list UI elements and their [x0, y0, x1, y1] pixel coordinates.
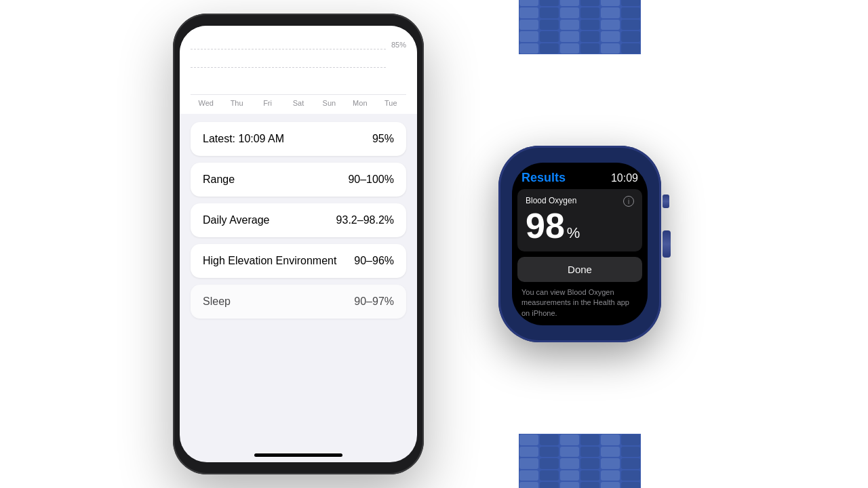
- band-rows-top: [519, 0, 641, 54]
- home-indicator: [254, 453, 342, 457]
- stat-card-latest[interactable]: Latest: 10:09 AM 95%: [191, 122, 406, 156]
- stat-value-range: 90–100%: [348, 174, 394, 186]
- stat-value-daily-avg: 93.2–98.2%: [336, 214, 394, 226]
- stat-label-sleep: Sleep: [203, 296, 231, 308]
- watch-band-bottom: [519, 434, 641, 488]
- day-wed: Wed: [191, 99, 221, 107]
- stat-value-high-elevation: 90–96%: [354, 255, 394, 267]
- chart-grid: 85%: [191, 34, 406, 95]
- watch-body: Results 10:09 Blood Oxygen i 98 % Done: [498, 146, 661, 342]
- watch-crown[interactable]: [663, 230, 671, 258]
- watch-value-number: 98: [526, 208, 565, 243]
- watch-header: Results 10:09: [512, 163, 648, 189]
- stat-card-sleep[interactable]: Sleep 90–97%: [191, 285, 406, 319]
- stat-label-high-elevation: High Elevation Environment: [203, 255, 336, 267]
- chart-grid-lines: [191, 34, 386, 94]
- watch-title: Results: [521, 171, 566, 185]
- iphone-screen: 85% Wed Thu Fri Sat Sun Mon Tue Latest: …: [180, 26, 417, 462]
- watch-time: 10:09: [611, 172, 638, 184]
- stat-card-high-elevation[interactable]: High Elevation Environment 90–96%: [191, 244, 406, 278]
- stat-value-latest: 95%: [372, 133, 394, 145]
- stat-label-range: Range: [203, 174, 235, 186]
- watch-done-button[interactable]: Done: [517, 257, 642, 282]
- watch-value-unit: %: [567, 224, 580, 242]
- chart-percentage-label: 85%: [391, 41, 406, 49]
- day-sun: Sun: [314, 99, 344, 107]
- watch-container: Results 10:09 Blood Oxygen i 98 % Done: [465, 47, 695, 441]
- stats-list: Latest: 10:09 AM 95% Range 90–100% Daily…: [180, 114, 417, 449]
- scene: 85% Wed Thu Fri Sat Sun Mon Tue Latest: …: [0, 0, 868, 488]
- band-rows-bottom: [519, 434, 641, 488]
- watch-value: 98 %: [526, 208, 634, 243]
- watch-description: You can view Blood Oxygen measurements i…: [512, 282, 648, 319]
- stat-value-sleep: 90–97%: [354, 296, 394, 308]
- chart-area: 85% Wed Thu Fri Sat Sun Mon Tue: [180, 26, 417, 114]
- stat-label-latest: Latest: 10:09 AM: [203, 133, 284, 145]
- stat-card-range[interactable]: Range 90–100%: [191, 163, 406, 197]
- watch-band-top: [519, 0, 641, 54]
- day-fri: Fri: [252, 99, 283, 107]
- day-sat: Sat: [283, 99, 313, 107]
- day-thu: Thu: [221, 99, 252, 107]
- watch-side-button[interactable]: [663, 195, 669, 208]
- watch-screen: Results 10:09 Blood Oxygen i 98 % Done: [512, 163, 648, 325]
- day-tue: Tue: [376, 99, 406, 107]
- watch-blood-oxygen-section: Blood Oxygen i 98 %: [517, 189, 642, 251]
- info-icon[interactable]: i: [623, 196, 634, 207]
- iphone: 85% Wed Thu Fri Sat Sun Mon Tue Latest: …: [173, 14, 424, 474]
- stat-card-daily-avg[interactable]: Daily Average 93.2–98.2%: [191, 203, 406, 237]
- stat-label-daily-avg: Daily Average: [203, 214, 269, 226]
- day-mon: Mon: [344, 99, 375, 107]
- day-labels-row: Wed Thu Fri Sat Sun Mon Tue: [191, 95, 406, 114]
- watch-section-title: Blood Oxygen: [526, 196, 576, 205]
